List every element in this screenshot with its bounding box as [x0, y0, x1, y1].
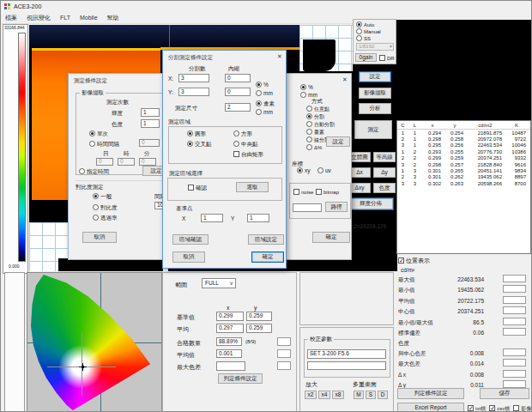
method-radio[interactable] [306, 121, 312, 127]
split-dialog-close-icon[interactable]: ✕ [274, 52, 286, 61]
y-div-field[interactable]: 3 [178, 88, 209, 96]
condition-ok-button[interactable]: 確定 [312, 232, 350, 243]
multi-D-button[interactable]: D [378, 391, 388, 399]
contrast-radio[interactable] [93, 204, 99, 210]
method-set-button[interactable]: 設定 [326, 136, 350, 147]
delta-y-button[interactable]: Δy [373, 167, 396, 178]
position-display-checkbox[interactable] [398, 258, 404, 264]
calib-extra-field[interactable] [307, 361, 386, 370]
method-radio[interactable] [306, 136, 312, 142]
method-option[interactable]: 任意點 [306, 106, 353, 113]
maxdiff-field[interactable] [216, 361, 245, 371]
size-mm-radio[interactable] [256, 109, 262, 115]
capture-button[interactable]: 影像擷取 [359, 88, 391, 99]
base-x-input[interactable]: 1 [201, 214, 223, 222]
interval-field[interactable]: 0 [139, 139, 160, 147]
inset-pct-radio[interactable] [256, 82, 262, 88]
table-row[interactable]: 230.3010.26219435.0628897 [397, 174, 530, 180]
noise-checkbox[interactable] [293, 189, 299, 195]
base-y-field[interactable]: 0.259 [246, 312, 272, 321]
lum-dist-button[interactable]: 輝度分佈 [348, 197, 394, 210]
center-radio[interactable] [233, 141, 239, 147]
interval-radio[interactable] [89, 141, 95, 147]
measure-button[interactable]: 測定 [354, 120, 392, 139]
影像檔-checkbox[interactable] [513, 405, 519, 411]
multi-S-button[interactable]: S [366, 391, 376, 399]
dr-checkbox[interactable] [379, 55, 385, 61]
area-confirm-button[interactable]: 區域確認 [172, 234, 209, 245]
save-button[interactable]: 儲存 [480, 388, 529, 399]
split-ok-button[interactable]: 確定 [251, 251, 284, 263]
size-field[interactable]: 2 [225, 103, 251, 112]
txt檔-checkbox[interactable] [468, 405, 474, 411]
manual-radio[interactable] [356, 28, 362, 34]
ss-radio[interactable] [356, 35, 362, 41]
menu-item[interactable]: FLT [60, 15, 70, 21]
method-radio[interactable] [306, 144, 312, 150]
path-field[interactable] [293, 203, 322, 212]
area-set-button[interactable]: 區域設定 [248, 234, 284, 245]
table-row[interactable]: 310.2950.25622463.53410046 [397, 142, 530, 148]
table-row[interactable]: 120.2930.25520776.73010386 [397, 148, 530, 154]
trans-radio[interactable] [93, 215, 99, 221]
freerect-checkbox[interactable] [233, 151, 239, 157]
split-cancel-button[interactable]: 取消 [172, 251, 205, 263]
pick-button[interactable]: 選取 [236, 182, 269, 192]
multi-M-button[interactable]: M [354, 391, 364, 399]
base-x-field[interactable]: 0.299 [216, 312, 244, 321]
day-field[interactable]: 0 [96, 158, 113, 166]
uv-radio[interactable] [317, 167, 323, 173]
method-radio[interactable] [306, 106, 312, 112]
method-radio[interactable] [306, 113, 312, 119]
confirm-checkbox[interactable] [188, 185, 194, 191]
method-radio[interactable] [306, 129, 312, 135]
pct-radio[interactable] [300, 84, 306, 90]
set-button[interactable]: 設定 [359, 71, 391, 82]
menu-item[interactable]: 視訊變化 [27, 15, 51, 21]
method-option[interactable]: 自動分割 [306, 121, 353, 129]
table-row[interactable]: 220.2990.25920374.2519332 [397, 155, 530, 161]
bitmap-checkbox[interactable] [316, 189, 322, 195]
method-option[interactable]: 分割 [306, 113, 353, 121]
measure-table[interactable]: C L x y cd/m2 K 110.2940.25421891.875104… [396, 120, 531, 254]
calib-set-field[interactable]: SET 3-200 F5.6 [307, 349, 386, 359]
pass-count-field[interactable]: 88.89% [216, 337, 242, 346]
judge-condition-button[interactable]: 判定條件設定 [397, 388, 464, 399]
base-y-input[interactable]: 1 [247, 214, 269, 222]
zoom-x2-button[interactable]: x2 [305, 391, 317, 399]
lum-count-field[interactable]: 1 [141, 108, 160, 117]
zoom-x4-button[interactable]: x4 [318, 391, 330, 399]
table-row[interactable]: 110.2940.25421891.87510487 [397, 130, 530, 136]
path-button[interactable]: 路徑 [325, 202, 348, 212]
range-judge-button[interactable]: 判定條件設定 [218, 373, 263, 384]
menu-item[interactable]: Mobile [80, 15, 98, 21]
excel-report-button[interactable]: Excel Report [397, 403, 464, 412]
avg-y-field[interactable]: 0.259 [246, 324, 272, 333]
chroma-button[interactable]: 色度 [373, 183, 396, 193]
table-row[interactable]: 130.3010.26520451.1419834 [397, 167, 530, 173]
cross-radio[interactable] [187, 141, 193, 147]
x-div-field[interactable]: 3 [178, 74, 209, 82]
condition-cancel-button[interactable]: 取消 [82, 232, 117, 243]
inset-mm-radio[interactable] [256, 90, 262, 96]
menu-item[interactable]: 檔案 [5, 15, 17, 21]
square-radio[interactable] [233, 130, 239, 136]
mm-radio[interactable] [300, 92, 306, 98]
single-radio[interactable] [89, 130, 95, 136]
auto-radio[interactable] [356, 21, 362, 27]
hour-field[interactable]: 0 [118, 158, 135, 166]
method-option[interactable]: 畫素 [306, 129, 353, 136]
csv檔-checkbox[interactable] [489, 405, 495, 411]
chroma-count-field[interactable]: 1 [141, 119, 160, 128]
table-row[interactable]: 320.2980.25721828.8409616 [397, 161, 530, 167]
xy-radio[interactable] [297, 167, 303, 173]
zoom-x8-button[interactable]: x8 [332, 391, 344, 399]
circle-radio[interactable] [187, 130, 193, 136]
contour-button[interactable]: 等高線 [373, 152, 396, 162]
minute-field[interactable]: 0 [139, 158, 156, 166]
table-row[interactable]: 330.3020.26320598.2668700 [397, 180, 530, 186]
spec-time-radio[interactable] [79, 168, 85, 174]
gain-button[interactable]: 0gain [355, 53, 377, 62]
cie-diagram[interactable] [27, 272, 162, 412]
x-inset-field[interactable]: 0 [225, 74, 251, 82]
